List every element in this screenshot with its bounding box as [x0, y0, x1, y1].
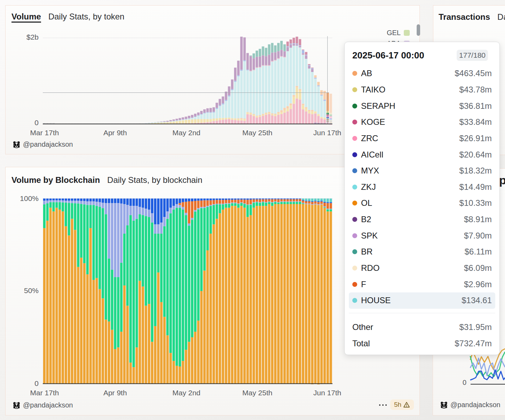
- svg-text:Jun 17th: Jun 17th: [313, 129, 342, 137]
- svg-text:Jun 17th: Jun 17th: [313, 389, 342, 397]
- svg-text:50%: 50%: [24, 286, 39, 294]
- svg-text:Mar 17th: Mar 17th: [30, 129, 59, 137]
- svg-text:100%: 100%: [20, 194, 39, 202]
- svg-text:May 25th: May 25th: [242, 389, 272, 397]
- svg-text:0: 0: [463, 379, 466, 386]
- svg-text:Apr 9th: Apr 9th: [103, 129, 127, 137]
- svg-text:Mar 17th: Mar 17th: [30, 389, 59, 397]
- svg-text:May 25th: May 25th: [242, 129, 272, 137]
- svg-text:May 2nd: May 2nd: [173, 129, 201, 137]
- svg-text:0: 0: [34, 379, 39, 387]
- svg-text:May 2nd: May 2nd: [173, 389, 201, 397]
- svg-text:$2b: $2b: [26, 33, 39, 41]
- svg-text:0: 0: [34, 119, 39, 127]
- svg-text:Apr 9th: Apr 9th: [103, 389, 127, 397]
